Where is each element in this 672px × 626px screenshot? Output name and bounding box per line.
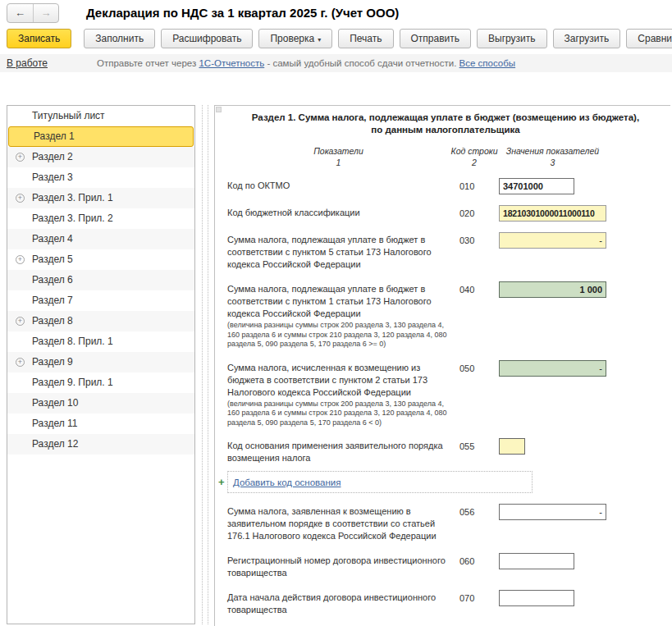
refund-basis-code-field[interactable] xyxy=(499,438,525,455)
oktmo-field[interactable] xyxy=(499,178,574,194)
row-030-label: Сумма налога, подлежащая уплате в бюджет… xyxy=(227,232,450,271)
row-055: Код основания применения заявительного п… xyxy=(227,438,670,464)
save-button[interactable]: Записать xyxy=(7,29,71,48)
col-values: Значения показателей xyxy=(499,146,606,156)
sidebar-item-section-5[interactable]: +Раздел 5 xyxy=(7,249,194,270)
row-070: Дата начала действия договора инвестицио… xyxy=(227,590,670,616)
sidebar-item-section-9[interactable]: +Раздел 9 xyxy=(7,352,194,372)
row-040-note: (величина разницы суммы строк 200 раздел… xyxy=(227,321,450,350)
resize-grip[interactable] xyxy=(216,107,222,112)
row-050-label: Сумма налога, исчисленная к возмещению и… xyxy=(227,360,450,428)
fill-button[interactable]: Заполнить xyxy=(84,29,155,48)
row-070-code: 070 xyxy=(450,590,499,616)
chevron-down-icon: ▾ xyxy=(318,36,321,43)
row-020-code: 020 xyxy=(450,205,499,222)
row-060-label: Регистрационный номер договора инвестици… xyxy=(227,553,450,579)
row-060: Регистрационный номер договора инвестици… xyxy=(227,553,670,579)
row-055-code: 055 xyxy=(450,438,499,464)
row-050: Сумма налога, исчисленная к возмещению и… xyxy=(227,360,670,428)
row-050-code: 050 xyxy=(450,360,499,428)
status-message-prefix: Отправьте отчет через xyxy=(97,58,199,68)
back-icon[interactable]: ← xyxy=(7,4,33,22)
sidebar-item-section-8[interactable]: +Раздел 8 xyxy=(7,311,194,331)
col-line-code: Код строки xyxy=(450,146,499,156)
row-010: Код по ОКТМО 010 xyxy=(227,178,670,194)
sidebar-item-section-9-app-1[interactable]: Раздел 9. Прил. 1 xyxy=(7,372,194,393)
send-button[interactable]: Отправить xyxy=(400,29,472,48)
reporting-service-link[interactable]: 1С-Отчетность xyxy=(199,58,264,68)
row-040: Сумма налога, подлежащая уплате в бюджет… xyxy=(227,281,670,350)
forward-icon[interactable]: → xyxy=(33,4,58,22)
decrypt-button[interactable]: Расшифровать xyxy=(161,29,253,48)
sidebar-item-label: Раздел 3. Прил. 1 xyxy=(32,192,113,203)
partnership-start-date-field[interactable] xyxy=(499,590,574,606)
col-indicators: Показатели xyxy=(227,146,450,156)
status-bar: В работе Отправьте отчет через 1С-Отчетн… xyxy=(0,54,672,72)
row-056-label: Сумма налога, заявленная к возмещению в … xyxy=(227,504,450,542)
sidebar-item-section-3[interactable]: Раздел 3 xyxy=(7,167,194,188)
col-indicators-num: 1 xyxy=(227,158,450,167)
expand-icon[interactable]: + xyxy=(16,153,25,162)
row-040-code: 040 xyxy=(450,281,499,350)
plus-icon: + xyxy=(218,476,227,488)
window-header: ← → Декларация по НДС за 1 квартал 2025 … xyxy=(0,0,672,26)
expand-icon[interactable]: + xyxy=(16,255,25,264)
sidebar-item-section-11[interactable]: Раздел 11 xyxy=(7,414,194,434)
expand-icon[interactable]: + xyxy=(16,317,25,326)
col-line-code-num: 2 xyxy=(450,158,499,167)
sidebar-item-section-12[interactable]: Раздел 12 xyxy=(7,434,194,455)
section-1-form: Раздел 1. Сумма налога, подлежащая уплат… xyxy=(214,105,670,626)
row-010-label: Код по ОКТМО xyxy=(227,178,450,194)
print-button[interactable]: Печать xyxy=(338,29,393,48)
tax-payable-p1-field[interactable] xyxy=(499,281,606,298)
page-title: Декларация по НДС за 1 квартал 2025 г. (… xyxy=(86,6,399,20)
tax-payable-p5-field[interactable] xyxy=(499,232,606,249)
sidebar-item-section-4[interactable]: Раздел 4 xyxy=(7,229,194,249)
expand-icon[interactable]: + xyxy=(16,194,25,203)
export-button[interactable]: Выгрузить xyxy=(477,29,547,48)
sidebar-item-label: Раздел 9 xyxy=(32,356,73,368)
row-040-label-text: Сумма налога, подлежащая уплате в бюджет… xyxy=(227,284,432,318)
row-040-label: Сумма налога, подлежащая уплате в бюджет… xyxy=(227,281,450,350)
sidebar-item-section-3-app-2[interactable]: Раздел 3. Прил. 2 xyxy=(7,208,194,229)
partnership-reg-number-field[interactable] xyxy=(499,553,574,569)
all-methods-link[interactable]: Все способы xyxy=(459,58,516,68)
expand-icon[interactable]: + xyxy=(16,358,25,367)
sidebar-item-section-2[interactable]: +Раздел 2 xyxy=(7,147,194,167)
nav-button-group: ← → xyxy=(7,3,59,23)
check-button[interactable]: Проверка▾ xyxy=(258,29,332,48)
sidebar-item-label: Раздел 2 xyxy=(32,151,73,162)
sections-sidebar: Титульный лист Раздел 1 +Раздел 2 Раздел… xyxy=(7,105,195,624)
status-state-link[interactable]: В работе xyxy=(7,57,48,69)
section-title-line-1: Раздел 1. Сумма налога, подлежащая уплат… xyxy=(227,112,664,124)
sidebar-item-section-7[interactable]: Раздел 7 xyxy=(7,290,194,311)
row-060-code: 060 xyxy=(450,553,499,579)
column-headers: Показатели1 Код строки2 Значения показат… xyxy=(227,146,670,167)
row-070-label: Дата начала действия договора инвестицио… xyxy=(227,590,450,616)
import-button[interactable]: Загрузить xyxy=(553,29,621,48)
row-030-code: 030 xyxy=(450,232,499,271)
tax-refund-field[interactable] xyxy=(499,360,606,377)
sidebar-item-section-3-app-1[interactable]: +Раздел 3. Прил. 1 xyxy=(7,188,194,208)
sidebar-item-section-10[interactable]: Раздел 10 xyxy=(7,393,194,414)
row-010-code: 010 xyxy=(450,178,499,194)
sidebar-item-section-6[interactable]: Раздел 6 xyxy=(7,270,194,290)
panel-splitter[interactable] xyxy=(202,105,208,624)
sidebar-item-title-page[interactable]: Титульный лист xyxy=(7,106,194,126)
kbk-field[interactable] xyxy=(499,205,606,222)
row-030: Сумма налога, подлежащая уплате в бюджет… xyxy=(227,232,670,271)
add-basis-code-link[interactable]: Добавить код основания xyxy=(233,477,341,487)
compare-button[interactable]: Сравнить xyxy=(626,29,672,48)
sidebar-item-section-8-app-1[interactable]: Раздел 8. Прил. 1 xyxy=(7,331,194,352)
declarative-refund-field[interactable] xyxy=(499,504,606,520)
row-056: Сумма налога, заявленная к возмещению в … xyxy=(227,504,670,542)
add-basis-code-row: + Добавить код основания xyxy=(218,471,670,493)
section-title-line-2: по данным налогоплательщика xyxy=(227,124,664,136)
row-020-label: Код бюджетной классификации xyxy=(227,205,450,222)
status-message: Отправьте отчет через 1С-Отчетность - са… xyxy=(97,58,515,68)
toolbar: Записать Заполнить Расшифровать Проверка… xyxy=(0,29,672,51)
row-020: Код бюджетной классификации 020 xyxy=(227,205,670,222)
row-055-label: Код основания применения заявительного п… xyxy=(227,438,450,464)
check-button-label: Проверка xyxy=(270,33,314,44)
sidebar-item-section-1[interactable]: Раздел 1 xyxy=(8,126,194,147)
